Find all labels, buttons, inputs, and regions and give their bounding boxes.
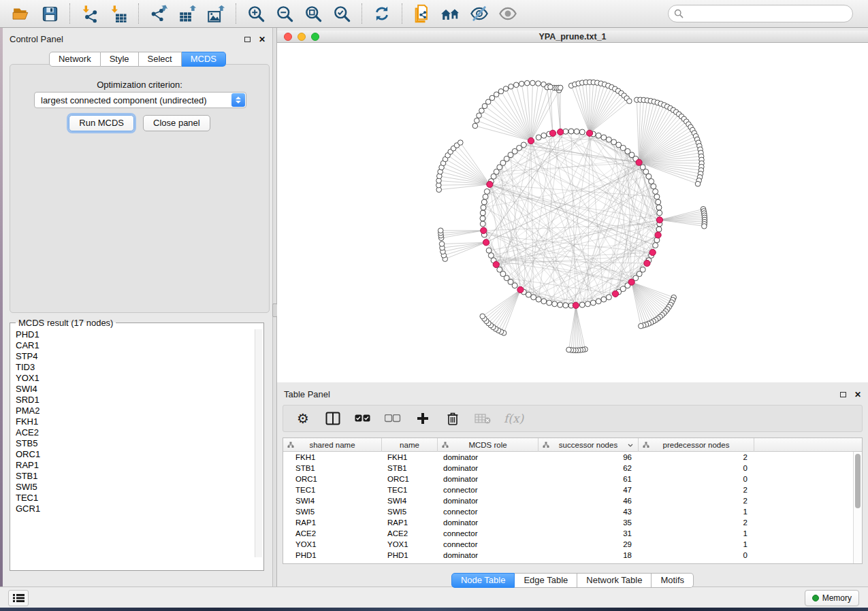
float-panel-icon[interactable] [244, 37, 251, 42]
network-node[interactable] [563, 303, 568, 308]
save-session-button[interactable] [39, 3, 61, 24]
network-node[interactable] [574, 129, 579, 134]
network-leaf-node[interactable] [639, 323, 644, 329]
result-node[interactable]: FKH1 [16, 416, 263, 427]
result-node[interactable]: PHD1 [16, 329, 263, 340]
tab-select[interactable]: Select [139, 52, 182, 67]
network-leaf-node[interactable] [482, 103, 487, 109]
mcds-hub-node[interactable] [517, 286, 524, 293]
result-node[interactable]: ORC1 [16, 449, 263, 460]
column-header-predecessor-nodes[interactable]: predecessor nodes [639, 438, 754, 452]
result-node[interactable]: CAR1 [16, 340, 263, 351]
function-builder-button[interactable]: f(x) [504, 410, 524, 427]
table-row[interactable]: ORC1ORC1dominator610 [283, 474, 862, 484]
result-node[interactable]: TID3 [16, 362, 263, 373]
network-node[interactable] [484, 188, 489, 194]
column-header-MCDS-role[interactable]: MCDS role [438, 438, 539, 452]
network-node[interactable] [480, 221, 485, 227]
hide-graphics-button[interactable] [468, 3, 490, 24]
network-leaf-node[interactable] [695, 181, 701, 186]
network-node[interactable] [547, 300, 552, 306]
result-node[interactable]: GCR1 [16, 503, 263, 514]
mcds-hub-node[interactable] [493, 261, 499, 267]
network-canvas[interactable] [277, 43, 868, 382]
network-node[interactable] [579, 129, 585, 135]
mcds-hub-node[interactable] [656, 217, 662, 223]
table-row[interactable]: YOX1YOX1connector291 [283, 539, 862, 550]
show-columns-button[interactable] [324, 410, 342, 427]
network-node[interactable] [558, 302, 563, 308]
network-node[interactable] [653, 243, 658, 248]
network-leaf-node[interactable] [536, 81, 541, 86]
network-leaf-node[interactable] [513, 82, 519, 88]
mcds-hub-node[interactable] [483, 240, 489, 246]
task-history-button[interactable] [8, 590, 29, 606]
network-node[interactable] [497, 267, 502, 272]
create-column-button[interactable] [414, 410, 432, 427]
show-graphics-button[interactable] [497, 3, 519, 24]
network-node[interactable] [531, 295, 536, 300]
network-leaf-node[interactable] [477, 113, 482, 118]
network-node[interactable] [480, 210, 485, 216]
memory-button[interactable]: Memory [805, 590, 859, 606]
select-all-columns-button[interactable] [354, 410, 372, 427]
network-leaf-node[interactable] [489, 95, 495, 101]
network-node[interactable] [596, 299, 601, 304]
network-node[interactable] [657, 210, 662, 216]
export-image-button[interactable] [205, 3, 227, 24]
network-node[interactable] [651, 184, 656, 189]
network-node[interactable] [656, 227, 662, 232]
network-node[interactable] [656, 199, 661, 205]
network-node[interactable] [601, 135, 607, 140]
network-node[interactable] [596, 133, 601, 138]
clone-network-button[interactable] [411, 3, 433, 24]
tab-style[interactable]: Style [101, 52, 139, 67]
network-leaf-node[interactable] [485, 99, 491, 105]
network-node[interactable] [480, 216, 485, 221]
delete-table-button[interactable] [474, 410, 492, 427]
result-node[interactable]: TEC1 [16, 493, 263, 503]
network-node[interactable] [481, 199, 487, 205]
network-leaf-node[interactable] [494, 92, 499, 97]
mcds-hub-node[interactable] [487, 181, 493, 187]
network-node[interactable] [606, 295, 611, 300]
network-node[interactable] [536, 135, 541, 140]
network-leaf-node[interactable] [503, 86, 509, 92]
result-node[interactable]: ACE2 [16, 427, 263, 438]
network-leaf-node[interactable] [509, 84, 514, 89]
network-node[interactable] [568, 129, 574, 134]
mcds-hub-node[interactable] [636, 159, 642, 165]
mcds-hub-node[interactable] [649, 249, 656, 255]
mcds-hub-node[interactable] [573, 302, 579, 308]
import-table-button[interactable] [108, 3, 129, 24]
column-header-name[interactable]: name [382, 438, 438, 452]
first-neighbors-button[interactable] [440, 3, 462, 24]
delete-columns-button[interactable] [444, 410, 462, 427]
mcds-hub-node[interactable] [612, 291, 618, 297]
export-network-button[interactable] [148, 3, 170, 24]
network-node[interactable] [579, 302, 585, 308]
result-node[interactable]: YOX1 [16, 373, 263, 384]
tab-mcds[interactable]: MCDS [182, 52, 226, 67]
tab-node-table[interactable]: Node Table [451, 573, 515, 588]
zoom-fit-button[interactable] [302, 3, 324, 24]
close-table-panel-icon[interactable]: ✕ [854, 391, 861, 399]
tab-motifs[interactable]: Motifs [652, 573, 694, 588]
result-node[interactable]: SRD1 [16, 395, 263, 406]
table-options-button[interactable]: ⚙ [294, 410, 312, 427]
export-table-button[interactable] [176, 3, 198, 24]
criterion-dropdown[interactable]: largest connected component (undirected) [34, 92, 246, 108]
result-node[interactable]: STP4 [16, 351, 263, 362]
network-node[interactable] [541, 133, 547, 138]
table-row[interactable]: FKH1FKH1dominator962 [283, 452, 862, 463]
float-table-panel-icon[interactable] [840, 392, 846, 397]
result-node[interactable]: STB1 [16, 471, 263, 482]
network-leaf-node[interactable] [475, 118, 480, 123]
network-node[interactable] [521, 142, 526, 148]
network-node[interactable] [536, 297, 541, 302]
network-titlebar[interactable]: YPA_prune.txt_1 [277, 31, 868, 43]
table-scrollbar-thumb[interactable] [855, 454, 861, 508]
result-scrollbar[interactable] [255, 329, 262, 557]
result-node[interactable]: RAP1 [16, 460, 263, 471]
mcds-hub-node[interactable] [655, 232, 661, 238]
